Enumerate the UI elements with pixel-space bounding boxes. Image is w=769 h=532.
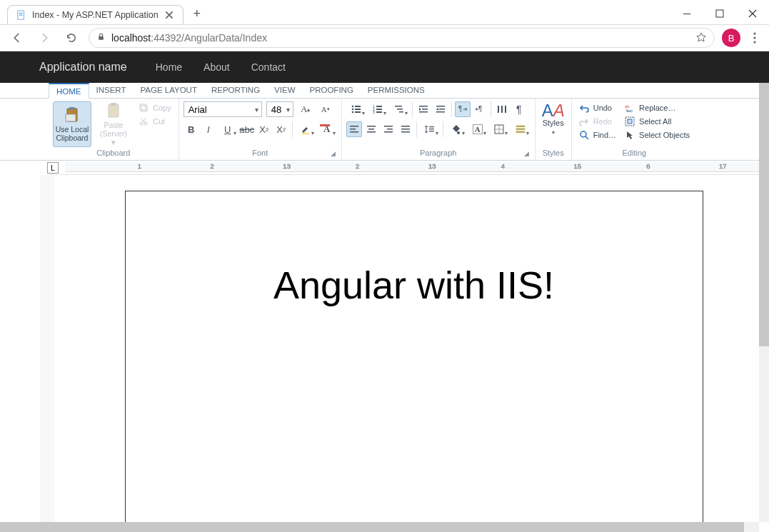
shading-button[interactable] (446, 121, 466, 137)
minimize-button[interactable] (670, 3, 703, 24)
line-spacing-button[interactable] (420, 121, 440, 137)
new-tab-button[interactable]: + (189, 6, 205, 21)
document-page[interactable]: Angular with IIS! (125, 191, 703, 532)
font-dialog-launcher[interactable]: ◢ (331, 150, 336, 157)
svg-rect-40 (439, 109, 445, 110)
vertical-scroll-thumb[interactable] (759, 83, 769, 346)
nav-link-home[interactable]: Home (156, 61, 182, 73)
grow-font-button[interactable]: A▴ (298, 101, 313, 117)
ribbon-tab-insert[interactable]: INSERT (89, 83, 134, 98)
find-button[interactable]: Find… (576, 129, 619, 141)
svg-rect-45 (501, 106, 503, 113)
page-background-button[interactable] (511, 121, 531, 137)
use-local-clipboard-button[interactable]: Use Local Clipboard (53, 101, 91, 147)
address-bar[interactable]: localhost:44392/AngularData/Index (89, 28, 715, 48)
document-text[interactable]: Angular with IIS! (154, 263, 674, 307)
app-brand[interactable]: Application name (39, 61, 127, 74)
ribbon-tab-view[interactable]: VIEW (267, 83, 302, 98)
forward-button[interactable] (34, 28, 54, 48)
font-name-combo[interactable]: Arial (184, 101, 262, 117)
undo-button[interactable]: Undo (576, 101, 619, 114)
italic-button[interactable]: I (201, 121, 216, 137)
multilevel-list-button[interactable] (389, 101, 409, 117)
redo-button[interactable]: Redo (576, 115, 619, 128)
svg-rect-48 (350, 129, 356, 130)
align-center-button[interactable] (363, 121, 379, 137)
svg-rect-4 (683, 14, 690, 14)
styles-button[interactable]: AA Styles (540, 101, 567, 137)
ribbon-tab-page-layout[interactable]: PAGE LAYOUT (133, 83, 203, 98)
strikethrough-button[interactable]: abc (239, 121, 255, 137)
svg-rect-44 (498, 106, 499, 113)
close-window-button[interactable] (736, 3, 769, 24)
vertical-ruler[interactable] (40, 175, 54, 532)
paragraph-dialog-launcher[interactable]: ◢ (524, 150, 529, 157)
group-label-styles: Styles (540, 147, 567, 159)
tab-stops-button[interactable] (494, 101, 510, 117)
svg-rect-53 (384, 126, 393, 127)
highlight-button[interactable] (296, 121, 316, 137)
reload-button[interactable] (61, 28, 81, 48)
svg-rect-13 (109, 104, 119, 117)
horizontal-ruler[interactable]: L 1213 2134 15617 (47, 161, 769, 175)
back-button[interactable] (7, 28, 27, 48)
shrink-font-button[interactable]: A▾ (318, 101, 333, 117)
increase-indent-button[interactable] (433, 101, 448, 117)
cut-button[interactable]: Cut (136, 115, 174, 128)
subscript-button[interactable]: X2 (256, 121, 272, 137)
numbering-button[interactable]: 123 (368, 101, 388, 117)
select-objects-button[interactable]: Select Objects (622, 129, 693, 141)
svg-rect-19 (302, 133, 309, 134)
ltr-button[interactable]: ¶ (455, 101, 471, 117)
ribbon-tab-home[interactable]: HOME (49, 83, 89, 99)
show-marks-button[interactable]: ¶ (511, 101, 527, 117)
svg-rect-3 (19, 15, 23, 16)
select-all-button[interactable]: Select All (622, 115, 693, 128)
svg-rect-38 (419, 111, 428, 113)
page-viewport[interactable]: Angular with IIS! (63, 191, 765, 532)
svg-rect-26 (355, 111, 361, 113)
font-color-button[interactable]: A (317, 121, 337, 137)
ribbon-group-editing: Undo Redo Find… abacReplace… Select All … (572, 99, 697, 160)
maximize-button[interactable] (703, 3, 736, 24)
profile-avatar[interactable]: B (722, 29, 740, 47)
svg-point-18 (144, 122, 147, 125)
ribbon-tab-permissions[interactable]: PERMISSIONS (361, 83, 432, 98)
svg-text:4: 4 (501, 163, 505, 170)
align-right-button[interactable] (381, 121, 396, 137)
paste-server-button[interactable]: Paste (Server)▾ (94, 101, 133, 147)
replace-button[interactable]: abacReplace… (622, 101, 693, 114)
font-size-combo[interactable]: 48 (266, 101, 293, 117)
svg-point-23 (351, 109, 353, 111)
rtl-button[interactable]: ¶ (472, 101, 488, 117)
clipboard-icon (63, 107, 81, 123)
underline-button[interactable]: U (218, 121, 238, 137)
svg-text:¶: ¶ (458, 105, 462, 113)
browser-tab-title: Index - My ASP.NET Application (32, 10, 159, 20)
borders-button[interactable] (489, 121, 509, 137)
ribbon-tab-proofing[interactable]: PROOFING (303, 83, 361, 98)
svg-rect-68 (516, 125, 526, 134)
decrease-indent-button[interactable] (416, 101, 431, 117)
superscript-button[interactable]: X2 (273, 121, 289, 137)
horizontal-scroll-thumb[interactable] (0, 522, 744, 532)
svg-rect-28 (376, 106, 382, 107)
svg-rect-58 (401, 131, 410, 133)
bullets-button[interactable] (346, 101, 366, 117)
copy-button[interactable]: Copy (136, 101, 174, 114)
browser-menu-button[interactable] (748, 32, 762, 44)
text-background-button[interactable]: A (468, 121, 488, 137)
align-left-button[interactable] (346, 121, 362, 137)
justify-button[interactable] (398, 121, 413, 137)
svg-text:1: 1 (138, 163, 141, 170)
bold-button[interactable]: B (184, 121, 199, 137)
nav-link-about[interactable]: About (203, 61, 230, 73)
ribbon-tab-reporting[interactable]: REPORTING (204, 83, 267, 98)
vertical-scrollbar[interactable] (759, 83, 769, 522)
tab-selector-icon[interactable]: L (47, 162, 59, 174)
bookmark-star-icon[interactable] (695, 31, 707, 45)
close-tab-icon[interactable] (164, 10, 174, 20)
horizontal-scrollbar[interactable] (0, 522, 759, 532)
nav-link-contact[interactable]: Contact (251, 61, 286, 73)
browser-tab[interactable]: Index - My ASP.NET Application (7, 5, 184, 24)
